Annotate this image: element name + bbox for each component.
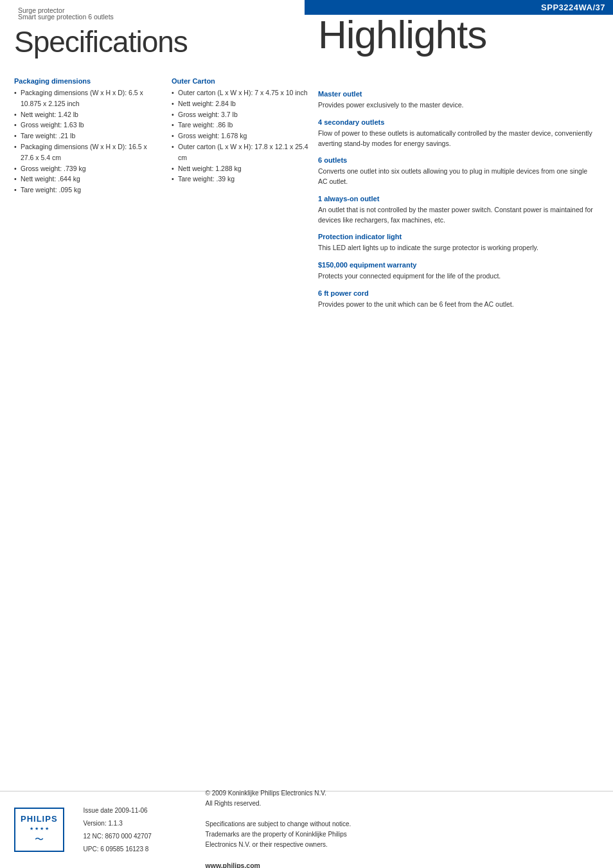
list-item: Outer carton (L x W x H): 7 x 4.75 x 10 … (172, 87, 310, 98)
outer-carton-col: Outer Carton Outer carton (L x W x H): 7… (172, 77, 310, 195)
product-desc: Smart surge protection 6 outlets (18, 13, 114, 21)
list-item: Tare weight: .095 kg (14, 185, 152, 195)
version-value: 1.1.3 (109, 820, 123, 827)
packaging-title: Packaging dimensions (14, 77, 152, 85)
highlights-content: Master outletProvides power exclusively … (318, 90, 594, 311)
packaging-list: Packaging dimensions (W x H x D): 6.5 x … (14, 87, 152, 195)
highlight-title: $150,000 equipment warranty (318, 261, 594, 269)
philips-stars: ★★★★ (30, 826, 49, 831)
footer: PHILIPS ★★★★ 〜 Issue date 2009-11-06 Ver… (0, 791, 613, 868)
list-item: Gross weight: 1.63 lb (14, 120, 152, 131)
outer-carton-title: Outer Carton (172, 77, 310, 85)
list-item: Outer carton (L x W x H): 17.8 x 12.1 x … (172, 141, 310, 163)
disclaimer-text: Specifications are subject to change wit… (206, 819, 351, 850)
highlights-heading: Highlights (318, 12, 486, 57)
version-label: Version: (84, 820, 109, 827)
philips-wave: 〜 (35, 834, 44, 845)
highlight-title: 6 outlets (318, 156, 594, 164)
list-item: Nett weight: 1.288 kg (172, 163, 310, 174)
highlight-title: 4 secondary outlets (318, 118, 594, 126)
highlight-body: Converts one outlet into six outlets all… (318, 167, 594, 187)
list-item: Packaging dimensions (W x H x D): 6.5 x … (14, 87, 152, 109)
highlight-title: 6 ft power cord (318, 289, 594, 297)
website-url: www.philips.com (206, 860, 351, 868)
list-item: Tare weight: .86 lb (172, 120, 310, 131)
list-item: Nett weight: .644 kg (14, 174, 152, 185)
highlight-body: Provides power to the unit which can be … (318, 300, 594, 310)
outer-carton-list: Outer carton (L x W x H): 7 x 4.75 x 10 … (172, 87, 310, 185)
list-item: Gross weight: 3.7 lb (172, 109, 310, 120)
philips-logo: PHILIPS ★★★★ 〜 (14, 808, 64, 852)
highlight-body: Flow of power to these outlets is automa… (318, 129, 594, 149)
highlight-title: 1 always-on outlet (318, 195, 594, 203)
list-item: Gross weight: .739 kg (14, 163, 152, 174)
list-item: Gross weight: 1.678 kg (172, 131, 310, 141)
nc-label: 12 NC: 8670 000 42707 (84, 833, 152, 840)
specs-content: Packaging dimensions Packaging dimension… (14, 77, 310, 195)
highlight-title: Master outlet (318, 90, 594, 98)
issue-date-row: Issue date 2009-11-06 (84, 806, 186, 815)
nc-row: 12 NC: 8670 000 42707 (84, 832, 186, 841)
packaging-col: Packaging dimensions Packaging dimension… (14, 77, 152, 195)
list-item: Nett weight: 2.84 lb (172, 98, 310, 109)
copyright-text: © 2009 Koninklijke Philips Electronics N… (206, 788, 351, 809)
highlight-body: An outlet that is not controlled by the … (318, 205, 594, 226)
list-item: Packaging dimensions (W x H x D): 16.5 x… (14, 141, 152, 163)
page: SPP3224WA/37 Surge protector Smart surge… (0, 0, 613, 868)
list-item: Tare weight: .21 lb (14, 131, 152, 141)
upc-label: UPC: 6 09585 16123 8 (84, 845, 149, 853)
upc-row: UPC: 6 09585 16123 8 (84, 845, 186, 854)
highlight-body: Protects your connected equipment for th… (318, 271, 594, 282)
footer-meta: Issue date 2009-11-06 Version: 1.1.3 12 … (84, 806, 186, 854)
issue-date-value: 2009-11-06 (115, 807, 148, 814)
highlight-title: Protection indicator light (318, 233, 594, 240)
specs-heading: Specifications (14, 24, 188, 59)
highlight-body: Provides power exclusively to the master… (318, 100, 594, 111)
footer-legal: © 2009 Koninklijke Philips Electronics N… (206, 788, 351, 868)
philips-brand: PHILIPS (21, 814, 58, 824)
list-item: Nett weight: 1.42 lb (14, 109, 152, 120)
version-row: Version: 1.1.3 (84, 819, 186, 828)
issue-date-label: Issue date (84, 807, 115, 814)
list-item: Tare weight: .39 kg (172, 174, 310, 185)
highlight-body: This LED alert lights up to indicate the… (318, 243, 594, 253)
model-number: SPP3224WA/37 (541, 3, 605, 12)
